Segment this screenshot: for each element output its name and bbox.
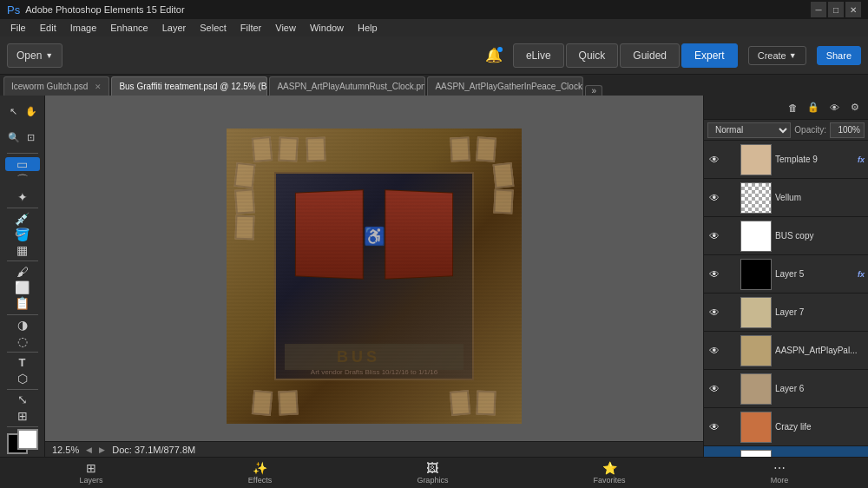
tab-quick[interactable]: Quick — [566, 43, 619, 68]
tab-expert[interactable]: Expert — [681, 43, 738, 68]
tool-magic-wand[interactable]: ✦ — [5, 190, 40, 204]
favorites-tool-button[interactable]: ⭐ Favorites — [589, 459, 631, 486]
layer-name-layer5: Layer 5 — [775, 269, 854, 279]
canvas-image[interactable]: BUS ♿ Art vendor Drafts Bliss 10/12/16 t… — [227, 129, 522, 424]
menu-image[interactable]: Image — [63, 19, 104, 36]
layer-row-template9[interactable]: 👁 Template 9 fx — [704, 141, 868, 179]
layer-row-vellum[interactable]: 👁 Vellum — [704, 179, 868, 217]
more-tool-button[interactable]: ⋯ More — [766, 459, 794, 486]
layer-lock-crazylife — [725, 421, 737, 433]
status-arrows-right[interactable]: ▶ — [99, 445, 105, 454]
layer-lock-buscopy — [725, 230, 737, 242]
doc-tab-aaspn2[interactable]: AASPN_ArtPlayGatherInPeace_ClockFa... ✕ — [427, 76, 583, 96]
menu-view[interactable]: View — [268, 19, 303, 36]
close-button[interactable]: ✕ — [845, 2, 861, 17]
layer-vis-layer5[interactable]: 👁 — [707, 267, 721, 281]
menu-filter[interactable]: Filter — [233, 19, 268, 36]
layer-vis-buscopy[interactable]: 👁 — [707, 229, 721, 243]
layer-thumb-vellum — [740, 182, 772, 214]
opacity-input[interactable] — [830, 122, 865, 138]
open-button[interactable]: Open ▼ — [7, 43, 62, 68]
layer-name-vellum: Vellum — [775, 193, 865, 202]
share-button[interactable]: Share — [817, 46, 861, 65]
tool-dodge[interactable]: ◑ — [5, 318, 40, 332]
blend-opacity-bar: Normal Multiply Screen Overlay Opacity: — [704, 120, 868, 141]
titlebar-left: Ps Adobe Photoshop Elements 15 Editor — [7, 3, 185, 16]
tool-zoom[interactable]: 🔍 — [5, 125, 22, 149]
notification-bell[interactable]: 🔔 — [485, 47, 503, 63]
layer-vis-vellum[interactable]: 👁 — [707, 191, 721, 205]
tool-crop[interactable]: ⊡ — [23, 125, 39, 149]
layer-vis-template9[interactable]: 👁 — [707, 153, 721, 167]
status-arrows-left[interactable]: ◀ — [86, 445, 92, 454]
create-button[interactable]: Create ▼ — [748, 46, 806, 65]
tool-transform[interactable]: ⤡ — [5, 392, 40, 406]
menu-file[interactable]: File — [3, 19, 33, 36]
layer-name-template9: Template 9 — [775, 155, 854, 164]
menu-edit[interactable]: Edit — [33, 19, 63, 36]
tool-marquee[interactable]: ▭ — [5, 157, 40, 171]
doc-tab-iceworm[interactable]: Iceworm Gultch.psd ✕ — [3, 76, 109, 96]
tool-custom-shape[interactable]: ⬡ — [5, 371, 40, 385]
mode-tabs: eLive Quick Guided Expert — [513, 43, 738, 68]
menu-window[interactable]: Window — [303, 19, 351, 36]
tool-text[interactable]: T — [5, 355, 40, 369]
layer-name-aaspn: AASPN_ArtPlayPal... — [775, 346, 865, 355]
layer-vis-aaspn[interactable]: 👁 — [707, 344, 721, 358]
zoom-level: 12.5% — [52, 445, 79, 455]
menu-select[interactable]: Select — [193, 19, 233, 36]
graphics-tool-button[interactable]: 🖼 Graphics — [411, 459, 453, 486]
minimize-button[interactable]: ─ — [811, 2, 826, 17]
tool-eraser[interactable]: ⬜ — [5, 280, 40, 294]
layer-vis-crazylife[interactable]: 👁 — [707, 420, 721, 434]
tool-eyedropper[interactable]: 💉 — [5, 212, 40, 226]
maximize-button[interactable]: □ — [828, 2, 844, 17]
doc-tab-overflow[interactable]: » — [585, 85, 602, 96]
doc-tab-aaspn1-label: AASPN_ArtPlayAutumnRust_Clock.png — [277, 82, 425, 91]
doc-tab-busgraffiti[interactable]: Bus Graffiti treatment.psd @ 12.5% (Back… — [111, 76, 267, 96]
tab-elive[interactable]: eLive — [513, 43, 564, 68]
layer-vis-layer7[interactable]: 👁 — [707, 306, 721, 320]
tool-separator-1 — [7, 153, 38, 154]
layer-lock-layer5 — [725, 268, 737, 280]
background-color[interactable] — [17, 429, 38, 450]
menu-help[interactable]: Help — [351, 19, 385, 36]
main-area: ↖ ✋ 🔍 ⊡ ▭ ⌒ ✦ 💉 🪣 ▦ 🖌 ⬜ 📋 ◑ ◌ T ⬡ ⤡ ⊞ — [0, 96, 868, 457]
tool-lasso[interactable]: ⌒ — [5, 173, 40, 188]
layer-name-layer7: Layer 7 — [775, 307, 865, 317]
titlebar-controls[interactable]: ─ □ ✕ — [811, 2, 861, 17]
graphics-tool-icon: 🖼 — [426, 461, 438, 475]
blend-mode-select[interactable]: Normal Multiply Screen Overlay — [707, 122, 791, 138]
tab-guided[interactable]: Guided — [620, 43, 680, 68]
effects-tool-button[interactable]: ✨ Effects — [243, 459, 277, 486]
layer-vis-layer6[interactable]: 👁 — [707, 382, 721, 396]
opacity-label: Opacity: — [794, 125, 826, 135]
layer-lock-layer6 — [725, 383, 737, 395]
layer-row-layer5[interactable]: 👁 Layer 5 fx — [704, 255, 868, 293]
layer-row-crazylife[interactable]: 👁 Crazy life — [704, 408, 868, 446]
tool-content-aware[interactable]: ⊞ — [5, 409, 40, 423]
tool-hand[interactable]: ✋ — [23, 99, 39, 123]
menu-layer[interactable]: Layer — [155, 19, 194, 36]
tool-brush[interactable]: 🖌 — [5, 265, 40, 279]
layer-row-layer7[interactable]: 👁 Layer 7 — [704, 293, 868, 332]
layers-tool-button[interactable]: ⊞ Layers — [75, 459, 108, 486]
tool-blur[interactable]: ◌ — [5, 333, 40, 347]
lock-layer-button[interactable]: 🔒 — [804, 98, 823, 117]
tool-separator-6 — [7, 389, 38, 390]
layer-row-layer6[interactable]: 👁 Layer 6 — [704, 370, 868, 408]
tool-gradient[interactable]: ▦ — [5, 243, 40, 257]
layer-row-buscopy[interactable]: 👁 BUS copy — [704, 217, 868, 255]
close-tab-iceworm[interactable]: ✕ — [95, 82, 102, 91]
delete-layer-button[interactable]: 🗑 — [783, 98, 802, 117]
layer-row-aaspn[interactable]: 👁 AASPN_ArtPlayPal... — [704, 332, 868, 370]
visibility-button[interactable]: 👁 — [825, 98, 844, 117]
tool-clone-stamp[interactable]: 📋 — [5, 296, 40, 310]
layer-row-background[interactable]: 👁 🔒 Background — [704, 446, 868, 457]
doc-tab-aaspn1[interactable]: AASPN_ArtPlayAutumnRust_Clock.png ✕ — [269, 76, 425, 96]
tool-pointer[interactable]: ↖ — [5, 99, 22, 123]
tool-paint-bucket[interactable]: 🪣 — [5, 228, 40, 241]
layer-lock-vellum — [725, 192, 737, 204]
more-options-button[interactable]: ⚙ — [845, 98, 865, 117]
menu-enhance[interactable]: Enhance — [103, 19, 155, 36]
